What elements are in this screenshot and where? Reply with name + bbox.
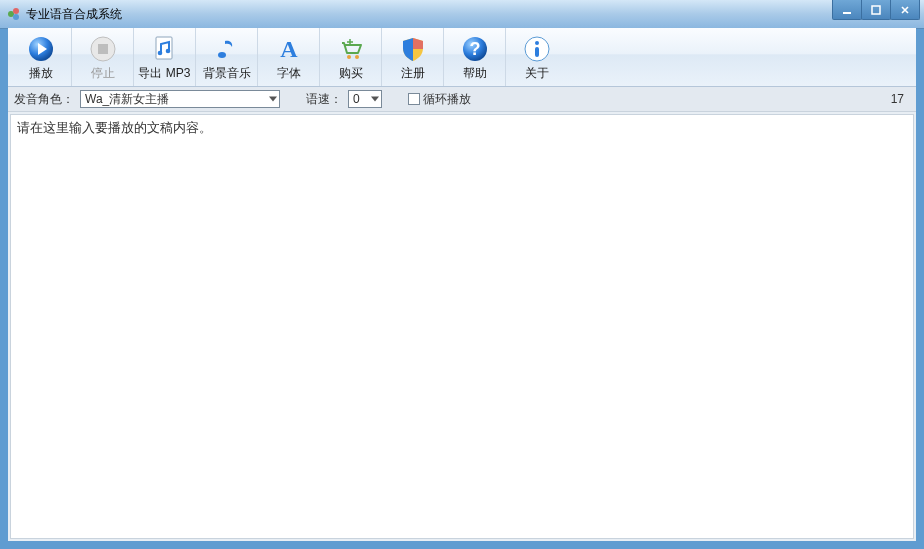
export-icon: [149, 35, 181, 63]
stop-icon: [87, 35, 119, 63]
script-textarea[interactable]: 请在这里输入要播放的文稿内容。: [10, 114, 914, 539]
help-label: 帮助: [463, 65, 487, 82]
svg-text:A: A: [280, 36, 298, 62]
chevron-down-icon: [371, 97, 379, 102]
svg-point-2: [13, 14, 19, 20]
export-mp3-button[interactable]: 导出 MP3: [134, 28, 196, 86]
shield-icon: [397, 35, 429, 63]
options-bar: 发音角色： Wa_清新女主播 语速： 0 循环播放 17: [8, 87, 916, 112]
stop-label: 停止: [91, 65, 115, 82]
voice-select[interactable]: Wa_清新女主播: [80, 90, 280, 108]
maximize-button[interactable]: [861, 0, 891, 20]
toolbar: 播放 停止: [8, 28, 916, 87]
buy-label: 购买: [339, 65, 363, 82]
svg-rect-19: [535, 47, 539, 57]
speed-label: 语速：: [306, 91, 342, 108]
voice-label: 发音角色：: [14, 91, 74, 108]
loop-checkbox[interactable]: 循环播放: [408, 91, 471, 108]
client-area: 播放 停止: [8, 28, 916, 541]
export-label: 导出 MP3: [138, 65, 190, 82]
svg-point-0: [8, 11, 14, 17]
about-label: 关于: [525, 65, 549, 82]
register-button[interactable]: 注册: [382, 28, 444, 86]
titlebar: 专业语音合成系统: [0, 0, 924, 29]
svg-text:?: ?: [469, 39, 480, 59]
play-button[interactable]: 播放: [10, 28, 72, 86]
svg-point-10: [165, 48, 170, 53]
speed-select[interactable]: 0: [348, 90, 382, 108]
checkbox-box: [408, 93, 420, 105]
char-count: 17: [891, 92, 910, 106]
window-title: 专业语音合成系统: [26, 6, 122, 23]
svg-point-1: [13, 8, 19, 14]
app-icon: [6, 6, 22, 22]
font-button[interactable]: A 字体: [258, 28, 320, 86]
bgm-label: 背景音乐: [203, 65, 251, 82]
svg-point-11: [218, 52, 226, 58]
close-button[interactable]: [890, 0, 920, 20]
about-button[interactable]: 关于: [506, 28, 568, 86]
font-icon: A: [273, 35, 305, 63]
chevron-down-icon: [269, 97, 277, 102]
svg-point-9: [157, 50, 162, 55]
svg-point-14: [355, 55, 359, 59]
font-label: 字体: [277, 65, 301, 82]
svg-point-18: [535, 41, 539, 45]
svg-rect-7: [98, 44, 108, 54]
cart-icon: [335, 35, 367, 63]
speed-value-text: 0: [353, 92, 360, 106]
minimize-button[interactable]: [832, 0, 862, 20]
play-label: 播放: [29, 65, 53, 82]
textarea-content: 请在这里输入要播放的文稿内容。: [17, 120, 212, 135]
svg-point-13: [347, 55, 351, 59]
music-note-icon: [211, 35, 243, 63]
svg-rect-3: [843, 12, 851, 14]
window: 专业语音合成系统: [0, 0, 924, 549]
loop-label-text: 循环播放: [423, 91, 471, 108]
bgm-button[interactable]: 背景音乐: [196, 28, 258, 86]
register-label: 注册: [401, 65, 425, 82]
voice-selected-text: Wa_清新女主播: [85, 91, 169, 108]
stop-button[interactable]: 停止: [72, 28, 134, 86]
info-icon: [521, 35, 553, 63]
svg-rect-4: [872, 6, 880, 14]
help-button[interactable]: ? 帮助: [444, 28, 506, 86]
help-icon: ?: [459, 35, 491, 63]
window-controls: [833, 0, 920, 20]
buy-button[interactable]: 购买: [320, 28, 382, 86]
play-icon: [25, 35, 57, 63]
